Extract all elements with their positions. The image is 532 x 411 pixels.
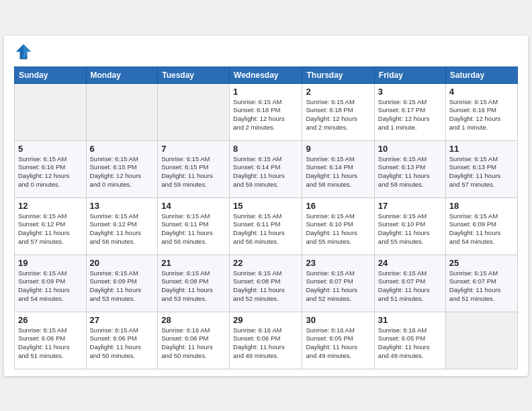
calendar-container: SundayMondayTuesdayWednesdayThursdayFrid… [4,36,528,376]
day-cell: 8Sunrise: 6:15 AMSunset: 6:14 PMDaylight… [230,140,302,197]
day-cell: 19Sunrise: 6:15 AMSunset: 6:09 PMDayligh… [15,255,87,312]
day-info: Sunrise: 6:15 AMSunset: 6:09 PMDaylight:… [18,269,83,304]
weekday-friday: Friday [374,66,445,83]
day-cell: 21Sunrise: 6:15 AMSunset: 6:08 PMDayligh… [158,255,230,312]
day-number: 19 [18,258,83,268]
day-cell: 30Sunrise: 6:16 AMSunset: 6:05 PMDayligh… [302,312,374,369]
day-number: 6 [90,144,154,154]
day-cell: 6Sunrise: 6:15 AMSunset: 6:15 PMDaylight… [86,140,158,197]
day-info: Sunrise: 6:15 AMSunset: 6:07 PMDaylight:… [378,269,442,304]
day-cell: 26Sunrise: 6:15 AMSunset: 6:06 PMDayligh… [15,312,87,369]
weekday-sunday: Sunday [15,66,87,83]
day-number: 10 [378,144,442,154]
day-info: Sunrise: 6:16 AMSunset: 6:06 PMDaylight:… [233,326,298,361]
day-cell: 22Sunrise: 6:15 AMSunset: 6:08 PMDayligh… [230,255,302,312]
day-number: 22 [233,258,298,268]
day-cell: 31Sunrise: 6:16 AMSunset: 6:05 PMDayligh… [374,312,445,369]
day-cell: 16Sunrise: 6:15 AMSunset: 6:10 PMDayligh… [302,197,374,255]
weekday-wednesday: Wednesday [230,66,302,83]
day-number: 27 [90,315,154,325]
day-info: Sunrise: 6:15 AMSunset: 6:09 PMDaylight:… [449,212,514,246]
day-cell: 9Sunrise: 6:15 AMSunset: 6:14 PMDaylight… [302,140,374,197]
day-cell: 13Sunrise: 6:15 AMSunset: 6:12 PMDayligh… [86,197,158,255]
week-row-1: 1Sunrise: 6:15 AMSunset: 6:18 PMDaylight… [15,83,518,140]
day-number: 11 [449,144,514,154]
day-cell [158,83,230,140]
day-number: 4 [449,87,514,97]
day-cell: 1Sunrise: 6:15 AMSunset: 6:18 PMDaylight… [230,83,302,140]
logo [14,42,36,61]
day-number: 8 [233,144,298,154]
day-info: Sunrise: 6:16 AMSunset: 6:05 PMDaylight:… [378,326,442,361]
day-info: Sunrise: 6:15 AMSunset: 6:13 PMDaylight:… [378,155,442,189]
day-cell: 24Sunrise: 6:15 AMSunset: 6:07 PMDayligh… [374,255,445,312]
day-info: Sunrise: 6:15 AMSunset: 6:09 PMDaylight:… [90,269,154,304]
day-info: Sunrise: 6:15 AMSunset: 6:06 PMDaylight:… [18,326,83,361]
day-cell: 5Sunrise: 6:15 AMSunset: 6:16 PMDaylight… [15,140,87,197]
weekday-monday: Monday [86,66,158,83]
day-cell [15,83,87,140]
day-info: Sunrise: 6:15 AMSunset: 6:15 PMDaylight:… [161,155,226,189]
day-info: Sunrise: 6:15 AMSunset: 6:07 PMDaylight:… [449,269,514,304]
day-cell: 23Sunrise: 6:15 AMSunset: 6:07 PMDayligh… [302,255,374,312]
day-cell: 14Sunrise: 6:15 AMSunset: 6:11 PMDayligh… [158,197,230,255]
day-number: 23 [306,258,370,268]
day-cell: 17Sunrise: 6:15 AMSunset: 6:10 PMDayligh… [374,197,445,255]
day-info: Sunrise: 6:15 AMSunset: 6:16 PMDaylight:… [18,155,83,189]
day-info: Sunrise: 6:15 AMSunset: 6:08 PMDaylight:… [161,269,226,304]
day-number: 15 [233,201,298,211]
day-info: Sunrise: 6:15 AMSunset: 6:12 PMDaylight:… [18,212,83,246]
day-info: Sunrise: 6:16 AMSunset: 6:06 PMDaylight:… [161,326,226,361]
day-cell: 11Sunrise: 6:15 AMSunset: 6:13 PMDayligh… [445,140,517,197]
day-cell: 15Sunrise: 6:15 AMSunset: 6:11 PMDayligh… [230,197,302,255]
day-number: 26 [18,315,83,325]
day-cell: 3Sunrise: 6:15 AMSunset: 6:17 PMDaylight… [374,83,445,140]
weekday-saturday: Saturday [445,66,517,83]
day-info: Sunrise: 6:15 AMSunset: 6:13 PMDaylight:… [449,155,514,189]
day-info: Sunrise: 6:15 AMSunset: 6:17 PMDaylight:… [378,98,442,132]
day-cell: 7Sunrise: 6:15 AMSunset: 6:15 PMDaylight… [158,140,230,197]
day-number: 18 [449,201,514,211]
day-info: Sunrise: 6:15 AMSunset: 6:07 PMDaylight:… [306,269,370,304]
day-number: 29 [233,315,298,325]
day-number: 30 [306,315,370,325]
day-info: Sunrise: 6:15 AMSunset: 6:16 PMDaylight:… [449,98,514,132]
day-info: Sunrise: 6:15 AMSunset: 6:12 PMDaylight:… [90,212,154,246]
day-info: Sunrise: 6:15 AMSunset: 6:11 PMDaylight:… [161,212,226,246]
day-info: Sunrise: 6:15 AMSunset: 6:18 PMDaylight:… [306,98,370,132]
day-info: Sunrise: 6:15 AMSunset: 6:08 PMDaylight:… [233,269,298,304]
week-row-2: 5Sunrise: 6:15 AMSunset: 6:16 PMDaylight… [15,140,518,197]
week-row-3: 12Sunrise: 6:15 AMSunset: 6:12 PMDayligh… [15,197,518,255]
day-number: 25 [449,258,514,268]
week-row-5: 26Sunrise: 6:15 AMSunset: 6:06 PMDayligh… [15,312,518,369]
day-number: 17 [378,201,442,211]
day-number: 28 [161,315,226,325]
day-number: 21 [161,258,226,268]
day-cell: 25Sunrise: 6:15 AMSunset: 6:07 PMDayligh… [445,255,517,312]
calendar-grid: SundayMondayTuesdayWednesdayThursdayFrid… [14,66,518,369]
weekday-header-row: SundayMondayTuesdayWednesdayThursdayFrid… [15,66,518,83]
day-number: 2 [306,87,370,97]
day-cell [445,312,517,369]
day-number: 12 [18,201,83,211]
day-cell: 18Sunrise: 6:15 AMSunset: 6:09 PMDayligh… [445,197,517,255]
week-row-4: 19Sunrise: 6:15 AMSunset: 6:09 PMDayligh… [15,255,518,312]
day-cell [86,83,158,140]
day-info: Sunrise: 6:15 AMSunset: 6:06 PMDaylight:… [90,326,154,361]
day-number: 3 [378,87,442,97]
day-number: 1 [233,87,298,97]
weekday-thursday: Thursday [302,66,374,83]
day-number: 20 [90,258,154,268]
day-cell: 28Sunrise: 6:16 AMSunset: 6:06 PMDayligh… [158,312,230,369]
day-info: Sunrise: 6:15 AMSunset: 6:18 PMDaylight:… [233,98,298,132]
day-info: Sunrise: 6:16 AMSunset: 6:05 PMDaylight:… [306,326,370,361]
day-info: Sunrise: 6:15 AMSunset: 6:14 PMDaylight:… [306,155,370,189]
day-info: Sunrise: 6:15 AMSunset: 6:10 PMDaylight:… [378,212,442,246]
day-cell: 4Sunrise: 6:15 AMSunset: 6:16 PMDaylight… [445,83,517,140]
day-info: Sunrise: 6:15 AMSunset: 6:14 PMDaylight:… [233,155,298,189]
day-info: Sunrise: 6:15 AMSunset: 6:10 PMDaylight:… [306,212,370,246]
day-number: 5 [18,144,83,154]
day-number: 9 [306,144,370,154]
weekday-tuesday: Tuesday [158,66,230,83]
logo-icon [14,42,33,61]
